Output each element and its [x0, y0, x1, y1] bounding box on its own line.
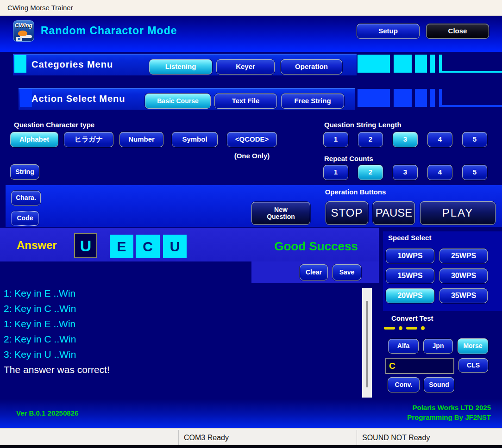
qtype-symbol-button[interactable]: Symbol: [172, 132, 218, 147]
qtype-number-button[interactable]: Number: [119, 132, 163, 147]
repeat-4-button[interactable]: 4: [427, 165, 452, 180]
tab-keyer[interactable]: Keyer: [216, 59, 275, 75]
speed-35wps-button[interactable]: 35WPS: [439, 288, 488, 303]
pause-button[interactable]: PAUSE: [373, 201, 415, 225]
qtype-string-button[interactable]: String: [10, 164, 39, 180]
categories-cap-decor: [14, 55, 26, 73]
header: CWing Random Charactor Mode Setup Close: [0, 16, 502, 52]
log-line: 2: Key in C ..Win: [4, 334, 76, 345]
speed-15wps-button[interactable]: 15WPS: [386, 268, 434, 283]
morse-dot-icon: [399, 326, 402, 330]
logo-text: CWing: [13, 22, 34, 29]
morse-decor-line: [439, 89, 442, 107]
stop-button[interactable]: STOP: [326, 201, 368, 225]
new-question-line2: Question: [267, 213, 295, 220]
repeat-counts-label: Repeat Counts: [324, 155, 373, 162]
morse-dot-icon: [421, 326, 425, 330]
morse-pattern-display: [384, 325, 425, 331]
morse-decor-dash: [394, 55, 412, 73]
morse-decor-dash: [415, 55, 427, 73]
question-type-label: Question Character type: [14, 121, 94, 129]
morse-decor-dash: [358, 55, 390, 73]
qcode-note: (One Only): [227, 152, 277, 160]
window-bottom-edge: [0, 445, 502, 448]
morse-decor-line: [439, 71, 502, 73]
answer-current-box[interactable]: U: [74, 233, 97, 258]
tab-text-file[interactable]: Text File: [214, 93, 277, 109]
repeat-3-button[interactable]: 3: [393, 165, 418, 180]
qtype-qcode-button[interactable]: <QCODE>: [227, 132, 277, 147]
length-5-button[interactable]: 5: [462, 132, 487, 147]
repeat-5-button[interactable]: 5: [462, 165, 487, 180]
page-title: Random Charactor Mode: [41, 16, 177, 45]
log-line: 2: Key in C ..Win: [4, 303, 76, 314]
play-button[interactable]: PLAY: [420, 201, 496, 225]
speed-10wps-button[interactable]: 10WPS: [386, 249, 434, 263]
credit-line1: Polaris Works LTD 2025: [412, 404, 491, 411]
convert-input[interactable]: [385, 358, 454, 374]
scrollbar-thumb[interactable]: [366, 301, 368, 387]
morse-decor-dash: [358, 89, 390, 107]
credit-line2: Programming By JF2NST: [407, 413, 491, 421]
tab-operation[interactable]: Operation: [281, 59, 342, 75]
speed-30wps-button[interactable]: 30WPS: [439, 268, 488, 283]
length-2-button[interactable]: 2: [358, 132, 383, 147]
action-menu-label: Action Select Menu: [31, 88, 125, 110]
morse-decor-dot: [430, 55, 435, 73]
log-scrollbar[interactable]: [362, 288, 372, 398]
morse-decor-line: [439, 105, 502, 107]
morse-key-knob-icon: [18, 38, 20, 40]
convert-test-label: Convert Test: [391, 314, 433, 322]
window-title: CWing Morse Trainer: [7, 4, 73, 12]
morse-button[interactable]: Morse: [458, 338, 488, 354]
speed-select-label: Speed Select: [388, 234, 431, 242]
answer-label: Answer: [17, 239, 57, 252]
footer: Ver B.0.1 20250826 Polaris Works LTD 202…: [0, 399, 502, 428]
app-logo-icon: CWing: [13, 20, 34, 42]
tab-basic-course[interactable]: Basic Course: [145, 93, 211, 109]
qtype-hiragana-button[interactable]: ヒラガナ: [64, 132, 113, 147]
morse-dash-icon: [406, 327, 417, 330]
close-button[interactable]: Close: [426, 24, 489, 39]
setup-button[interactable]: Setup: [357, 24, 420, 39]
length-3-button[interactable]: 3: [393, 132, 418, 147]
chara-button[interactable]: Chara.: [11, 191, 41, 205]
status-divider: [178, 430, 179, 445]
jpn-button[interactable]: Jpn: [423, 339, 453, 354]
conv-button[interactable]: Conv.: [388, 377, 420, 392]
morse-dash-icon: [384, 327, 395, 330]
new-question-button[interactable]: New Question: [251, 202, 310, 225]
length-4-button[interactable]: 4: [427, 132, 452, 147]
action-cap-decor: [20, 89, 32, 107]
code-button[interactable]: Code: [11, 211, 39, 226]
clear-button[interactable]: Clear: [300, 264, 328, 280]
answer-history-box: E: [110, 235, 133, 258]
sound-button[interactable]: Sound: [424, 377, 454, 392]
log-line: 3: Key in U ..Win: [4, 349, 76, 360]
tab-free-string[interactable]: Free String: [281, 93, 344, 109]
speed-25wps-button[interactable]: 25WPS: [439, 249, 488, 263]
save-button[interactable]: Save: [333, 264, 361, 280]
categories-menu-label: Categories Menu: [31, 54, 113, 75]
new-question-line1: New: [274, 206, 288, 213]
sound-status: SOUND NOT Ready: [362, 429, 430, 446]
status-divider: [357, 430, 357, 445]
title-bar: CWing Morse Trainer: [0, 0, 502, 16]
answer-history-box: U: [163, 235, 187, 258]
result-status-text: Good Success: [259, 239, 373, 254]
qtype-alphabet-button[interactable]: Alphabet: [10, 132, 58, 147]
hand-icon: [18, 31, 27, 36]
operation-buttons-label: Operation Buttons: [320, 188, 391, 196]
log-line-result: The answer was correct!: [4, 364, 110, 375]
cls-button[interactable]: CLS: [458, 358, 488, 373]
length-1-button[interactable]: 1: [323, 132, 348, 147]
repeat-1-button[interactable]: 1: [323, 165, 348, 180]
tab-listening[interactable]: Listening: [149, 59, 212, 75]
log-line: 1: Key in E ..Win: [4, 318, 75, 330]
answer-history-box: C: [136, 235, 160, 258]
alfa-button[interactable]: Alfa: [388, 339, 419, 354]
speed-20wps-button[interactable]: 20WPS: [386, 288, 434, 303]
com-status: COM3 Ready: [184, 429, 229, 446]
morse-decor-line: [439, 55, 442, 73]
repeat-2-button[interactable]: 2: [358, 165, 383, 180]
